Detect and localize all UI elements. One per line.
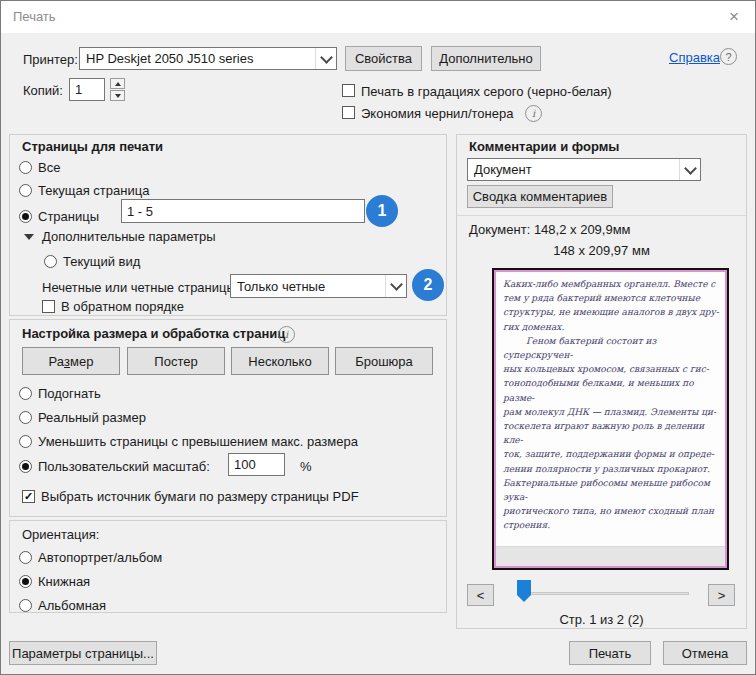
radio-auto-orientation[interactable] bbox=[19, 551, 32, 564]
page-size-label: 148 x 209,97 мм bbox=[457, 243, 746, 258]
ink-saver-checkbox[interactable] bbox=[342, 106, 355, 119]
multiple-button[interactable]: Несколько bbox=[231, 347, 329, 375]
radio-current-page-label: Текущая страница bbox=[38, 183, 149, 198]
doc-size-label: Документ: 148,2 x 209,9мм bbox=[469, 222, 631, 237]
orientation-title: Ориентация: bbox=[22, 527, 99, 542]
arrow-up-icon bbox=[115, 82, 121, 86]
dialog-title: Печать bbox=[13, 9, 56, 24]
page-slider-track[interactable] bbox=[527, 592, 689, 595]
radio-pages[interactable] bbox=[19, 210, 32, 223]
size-button[interactable]: Размер bbox=[22, 347, 120, 375]
properties-button[interactable]: Свойства bbox=[345, 46, 422, 71]
reverse-order-checkbox[interactable] bbox=[42, 300, 55, 313]
percent-label: % bbox=[300, 459, 312, 474]
print-button[interactable]: Печать bbox=[569, 641, 651, 665]
arrow-down-icon bbox=[115, 94, 121, 98]
close-icon[interactable]: × bbox=[721, 5, 747, 29]
preview-panel: Комментарии и формы Документ Сводка комм… bbox=[456, 134, 747, 629]
radio-all[interactable] bbox=[19, 161, 32, 174]
size-section: Настройка размера и обработка страниц i … bbox=[9, 319, 447, 517]
stepper-up-button[interactable] bbox=[110, 78, 125, 89]
reverse-order-label: В обратном порядке bbox=[61, 299, 184, 314]
cancel-button[interactable]: Отмена bbox=[663, 641, 747, 665]
chevron-down-icon bbox=[315, 48, 336, 69]
comments-title: Комментарии и формы bbox=[469, 139, 619, 154]
radio-portrait-label: Книжная bbox=[38, 574, 90, 589]
radio-shrink[interactable] bbox=[19, 435, 32, 448]
ink-saver-label: Экономия чернил/тонера bbox=[361, 106, 513, 121]
radio-auto-orientation-label: Автопортрет/альбом bbox=[38, 550, 162, 565]
chevron-down-icon bbox=[385, 275, 406, 297]
pages-section-title: Страницы для печати bbox=[22, 139, 163, 154]
page-bottom-strip bbox=[496, 546, 725, 566]
radio-fit[interactable] bbox=[19, 387, 32, 400]
printer-select-value: HP Deskjet 2050 J510 series bbox=[80, 51, 315, 66]
radio-actual-size-label: Реальный размер bbox=[38, 410, 146, 425]
page-preview-inner: Каких-либо мембранных органелл. Вместе с… bbox=[494, 270, 727, 568]
more-options-label[interactable]: Дополнительные параметры bbox=[42, 229, 216, 244]
expander-triangle-icon[interactable] bbox=[24, 234, 34, 240]
radio-actual-size[interactable] bbox=[19, 411, 32, 424]
radio-landscape[interactable] bbox=[19, 599, 32, 612]
page-slider-thumb[interactable] bbox=[517, 580, 531, 602]
orientation-section: Ориентация: Автопортрет/альбом Книжная А… bbox=[9, 520, 447, 613]
radio-current-page[interactable] bbox=[19, 184, 32, 197]
comments-summary-button[interactable]: Сводка комментариев bbox=[467, 185, 613, 208]
prev-page-button[interactable]: < bbox=[467, 584, 494, 606]
radio-current-view[interactable] bbox=[44, 255, 57, 268]
info-icon: i bbox=[525, 105, 542, 122]
grayscale-label: Печать в градациях серого (черно-белая) bbox=[361, 84, 612, 99]
booklet-button[interactable]: Брошюра bbox=[335, 347, 433, 375]
radio-portrait[interactable] bbox=[19, 575, 32, 588]
handwritten-text: Каких-либо мембранных органелл. Вместе с… bbox=[503, 277, 721, 568]
callout-badge-2: 2 bbox=[412, 269, 444, 301]
comments-select-value: Документ bbox=[468, 162, 679, 177]
chevron-down-icon bbox=[679, 159, 700, 180]
title-bar: Печать × bbox=[1, 1, 755, 33]
copies-label: Копий: bbox=[23, 83, 63, 98]
page-preview: Каких-либо мембранных органелл. Вместе с… bbox=[492, 268, 729, 570]
grayscale-checkbox[interactable] bbox=[342, 84, 355, 97]
stepper-down-button[interactable] bbox=[110, 90, 125, 101]
callout-badge-1: 1 bbox=[366, 195, 398, 227]
help-icon[interactable]: ? bbox=[720, 48, 737, 65]
odd-even-select[interactable]: Только четные bbox=[230, 274, 407, 298]
size-button-label2: мер bbox=[70, 354, 93, 369]
paper-source-checkbox[interactable]: ✓ bbox=[22, 490, 35, 503]
radio-fit-label: Подогнать bbox=[38, 386, 101, 401]
scale-input[interactable]: 100 bbox=[228, 453, 285, 476]
print-dialog: Печать × Принтер: HP Deskjet 2050 J510 s… bbox=[0, 0, 756, 675]
paper-source-label: Выбрать источник бумаги по размеру стран… bbox=[41, 489, 359, 504]
printer-label: Принтер: bbox=[23, 52, 78, 67]
size-section-title: Настройка размера и обработка страниц bbox=[22, 326, 285, 341]
next-page-button[interactable]: > bbox=[708, 584, 735, 606]
radio-custom-scale[interactable] bbox=[19, 460, 32, 473]
radio-all-label: Все bbox=[38, 160, 60, 175]
radio-shrink-label: Уменьшить страницы с превышением макс. р… bbox=[38, 434, 358, 449]
radio-pages-label: Страницы bbox=[38, 209, 99, 224]
pages-range-input[interactable]: 1 - 5 bbox=[121, 199, 365, 223]
radio-custom-scale-label: Пользовательский масштаб: bbox=[38, 459, 210, 474]
odd-even-select-value: Только четные bbox=[231, 279, 385, 294]
advanced-button[interactable]: Дополнительно bbox=[431, 46, 541, 71]
copies-input[interactable]: 1 bbox=[69, 78, 105, 101]
info-icon: i bbox=[278, 326, 295, 343]
help-link[interactable]: Справка bbox=[669, 50, 720, 65]
poster-button[interactable]: Постер bbox=[127, 347, 225, 375]
printer-select[interactable]: HP Deskjet 2050 J510 series bbox=[79, 47, 337, 70]
radio-landscape-label: Альбомная bbox=[38, 598, 106, 613]
copies-stepper bbox=[110, 78, 125, 101]
odd-even-label: Нечетные или четные страницы: bbox=[42, 280, 239, 295]
size-button-label: Ра bbox=[49, 354, 64, 369]
divider bbox=[457, 215, 746, 216]
page-setup-button[interactable]: Параметры страницы... bbox=[9, 641, 157, 665]
comments-select[interactable]: Документ bbox=[467, 158, 701, 181]
radio-current-view-label: Текущий вид bbox=[63, 254, 140, 269]
page-counter: Стр. 1 из 2 (2) bbox=[457, 612, 746, 627]
